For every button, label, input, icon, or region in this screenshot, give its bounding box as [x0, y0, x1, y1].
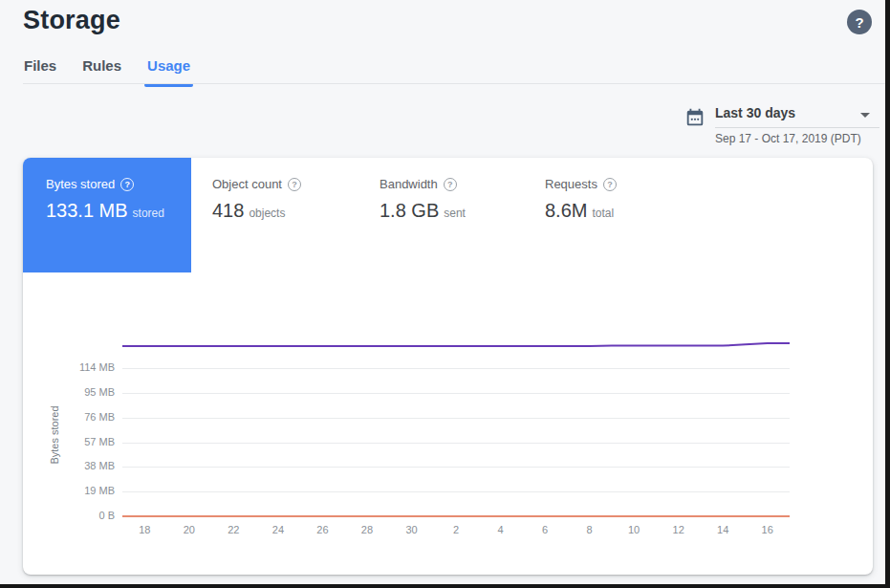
metric-label: Bytes stored [46, 177, 115, 191]
metric-unit: stored [133, 207, 164, 220]
tab-rules[interactable]: Rules [81, 55, 122, 84]
metric-value: 133.1 MB [46, 200, 128, 221]
x-tick-label: 24 [263, 524, 293, 535]
metric-label: Bandwidth [380, 177, 438, 191]
x-tick-label: 4 [486, 524, 516, 535]
tab-usage[interactable]: Usage [146, 55, 191, 84]
date-range-detail: Sep 17 - Oct 17, 2019 (PDT) [715, 132, 861, 145]
page-title: Storage [23, 6, 120, 35]
usage-card: Bytes stored ? 133.1 MBstored Object cou… [23, 158, 873, 575]
metric-unit: total [592, 207, 614, 220]
metric-label-row: Object count ? [212, 177, 301, 191]
metric-bytes-stored[interactable]: Bytes stored ? 133.1 MBstored [23, 158, 191, 272]
x-tick-label: 26 [307, 524, 337, 535]
metric-value-row: 8.6Mtotal [545, 200, 617, 222]
x-tick-label: 22 [218, 524, 249, 535]
y-gridline [122, 467, 790, 468]
x-tick-label: 14 [707, 524, 738, 535]
tab-files[interactable]: Files [23, 55, 57, 84]
metric-value: 8.6M [545, 200, 587, 221]
metric-label: Requests [545, 177, 597, 191]
metric-label-row: Requests ? [545, 177, 617, 191]
metric-label: Object count [212, 177, 282, 191]
y-gridline [122, 443, 790, 444]
metric-value: 418 [212, 200, 244, 221]
screen-edge-bottom [0, 584, 890, 588]
metric-value: 1.8 GB [380, 200, 439, 221]
metric-label-row: Bytes stored ? [46, 177, 191, 191]
help-circle-icon[interactable]: ? [444, 178, 457, 191]
metric-label-row: Bandwidth ? [380, 177, 466, 191]
x-tick-label: 20 [174, 524, 205, 535]
metric-bandwidth[interactable]: Bandwidth ? 1.8 GBsent [380, 158, 466, 272]
y-tick-label: 76 MB [42, 411, 115, 423]
metric-value-row: 418objects [212, 200, 301, 222]
tabbar-divider [23, 83, 885, 84]
metric-requests[interactable]: Requests ? 8.6Mtotal [545, 158, 617, 272]
y-gridline [122, 491, 790, 492]
y-gridline [122, 418, 790, 419]
y-tick-label: 0 B [42, 510, 115, 521]
y-gridline [122, 516, 790, 517]
help-icon[interactable]: ? [847, 10, 872, 34]
date-range-picker[interactable]: Last 30 days Sep 17 - Oct 17, 2019 (PDT) [683, 103, 881, 145]
y-gridline [122, 393, 790, 394]
y-tick-label: 57 MB [42, 436, 115, 447]
metric-unit: objects [249, 207, 285, 220]
metric-value-row: 1.8 GBsent [380, 200, 466, 222]
chevron-down-icon [860, 113, 870, 118]
x-tick-label: 12 [663, 524, 694, 535]
metric-unit: sent [444, 207, 466, 220]
y-tick-label: 114 MB [42, 361, 115, 373]
help-circle-icon[interactable]: ? [603, 178, 617, 191]
date-range-underline [715, 127, 879, 128]
y-tick-label: 19 MB [42, 485, 115, 496]
series-line-bytes-stored [122, 343, 790, 346]
metric-object-count[interactable]: Object count ? 418objects [212, 158, 301, 272]
x-tick-label: 16 [752, 524, 783, 535]
help-circle-icon[interactable]: ? [288, 178, 301, 191]
y-gridline [122, 368, 790, 369]
date-range-label: Last 30 days [715, 105, 795, 120]
x-tick-label: 18 [129, 524, 160, 535]
x-tick-label: 28 [352, 524, 382, 535]
x-tick-label: 2 [441, 524, 471, 535]
y-tick-label: 95 MB [42, 386, 115, 398]
x-tick-label: 10 [619, 524, 649, 535]
metric-value-row: 133.1 MBstored [46, 200, 191, 222]
x-tick-label: 8 [575, 524, 605, 535]
x-tick-label: 6 [530, 524, 560, 535]
x-tick-label: 30 [397, 524, 427, 535]
y-tick-label: 38 MB [42, 460, 115, 471]
calendar-icon [684, 107, 705, 128]
screen-edge-right [885, 0, 890, 588]
help-circle-icon[interactable]: ? [120, 178, 134, 191]
tab-bar: Files Rules Usage [23, 55, 215, 84]
